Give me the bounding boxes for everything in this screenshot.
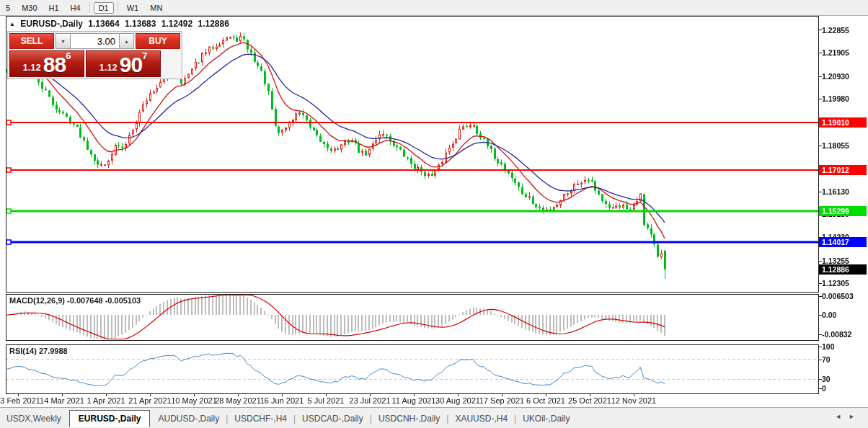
- chevron-up-icon: ▲: [124, 39, 129, 44]
- current-price-label: 1.12886: [819, 264, 867, 275]
- price-tick-label: 1.21905: [822, 48, 849, 57]
- timeframe-button-w1[interactable]: W1: [122, 2, 144, 14]
- macd-axis-label: -0.00832: [822, 330, 851, 339]
- timeframe-button-mn[interactable]: MN: [145, 2, 167, 14]
- ohlc-low: 1.12492: [161, 19, 192, 29]
- rsi-indicator-label: RSI(14) 27.9988: [9, 347, 68, 355]
- date-tick-label: 14 Mar 2021: [40, 396, 84, 405]
- date-tick-label: 10 May 2021: [171, 396, 217, 405]
- timeframe-button-d1[interactable]: D1: [94, 2, 114, 14]
- date-tick-label: 25 Oct 2021: [568, 396, 611, 405]
- timeframe-button-m30[interactable]: M30: [17, 2, 42, 14]
- date-tick-label: 17 Sep 2021: [479, 396, 524, 405]
- timeframe-button-h1[interactable]: H1: [44, 2, 64, 14]
- chart-title: ▲ EURUSD-,Daily 1.13664 1.13683 1.12492 …: [9, 19, 232, 29]
- volume-input[interactable]: 3.00: [71, 33, 119, 49]
- chart-tab-usdcad-daily[interactable]: USDCAD-,Daily: [296, 411, 370, 427]
- date-tick-label: 28 May 2021: [215, 396, 261, 405]
- chart-tab-usdchf-h4[interactable]: USDCHF-,H4: [228, 411, 293, 427]
- collapse-panel-icon[interactable]: ▲: [9, 21, 15, 27]
- buy-price-big: 90: [120, 55, 142, 75]
- scroll-left-icon[interactable]: ◄: [835, 413, 849, 420]
- timeframe-toolbar: 5M30H1H4D1W1MN: [0, 0, 868, 16]
- price-tick-label: 1.13255: [822, 257, 849, 265]
- chart-tab-eurusd-daily[interactable]: EURUSD-,Daily: [69, 410, 151, 427]
- sell-button[interactable]: SELL: [9, 33, 54, 49]
- price-tick-label: 1.22855: [822, 26, 849, 35]
- price-tick-label: 1.19980: [822, 94, 849, 103]
- sell-price-prefix: 1.12: [23, 61, 41, 75]
- date-tick-label: 1 Apr 2021: [87, 396, 125, 405]
- date-tick-label: 11 Aug 2021: [392, 396, 436, 405]
- toolbar-separator: [118, 2, 118, 13]
- level-price-label[interactable]: 1.14017: [819, 237, 867, 247]
- chart-tab-usdcnh-daily[interactable]: USDCNH-,Daily: [372, 411, 446, 427]
- chart-tab-xauusd-h4[interactable]: XAUUSD-,H4: [448, 411, 514, 427]
- buy-price-prefix: 1.12: [99, 61, 118, 75]
- timeframe-button-h4[interactable]: H4: [66, 2, 86, 14]
- date-tick-label: 21 Apr 2021: [128, 396, 171, 405]
- price-tick-label: 1.12305: [822, 279, 849, 287]
- scroll-right-icon[interactable]: ►: [849, 413, 862, 420]
- sell-price-big: 88: [43, 55, 66, 75]
- rsi-axis-label: 0: [822, 384, 826, 393]
- chart-symbol-period: EURUSD-,Daily: [20, 19, 83, 29]
- date-tick-label: 5 Jul 2021: [308, 396, 345, 405]
- buy-button[interactable]: BUY: [136, 33, 180, 49]
- price-tick-label: 1.16130: [822, 187, 849, 196]
- chart-tab-audusd-daily[interactable]: AUDUSD-,Daily: [151, 411, 226, 427]
- tab-scroll-arrows[interactable]: ◄►: [835, 413, 862, 420]
- date-tick-label: 23 Jul 2021: [350, 396, 391, 405]
- level-price-label[interactable]: 1.15299: [819, 206, 867, 216]
- ohlc-close: 1.12886: [198, 19, 229, 29]
- level-price-label[interactable]: 1.19010: [819, 117, 867, 128]
- level-price-label[interactable]: 1.17012: [819, 165, 867, 175]
- ohlc-high: 1.13683: [125, 19, 156, 29]
- macd-axis-label: 0.00: [822, 311, 836, 319]
- chart-tab-bar: USDX,WeeklyEURUSD-,DailyAUDUSD-,Daily|US…: [0, 407, 868, 428]
- one-click-trading-panel: SELL ▼ 3.00 ▲ BUY 1.12 88 6 1.12 90 7: [7, 31, 182, 79]
- timeframe-button-5[interactable]: 5: [1, 2, 15, 14]
- date-tick-label: 30 Aug 2021: [435, 396, 480, 405]
- price-tick-label: 1.18055: [822, 141, 849, 150]
- buy-price-sup: 7: [142, 52, 147, 61]
- date-tick-label: 6 Oct 2021: [526, 396, 565, 405]
- volume-decrease-button[interactable]: ▼: [56, 33, 71, 49]
- chart-tab-ukoil-daily[interactable]: UKOil-,Daily: [516, 411, 576, 427]
- rsi-axis-label: 70: [822, 355, 831, 364]
- date-tick-label: 23 Feb 2021: [0, 396, 40, 405]
- chart-tab-usdx-weekly[interactable]: USDX,Weekly: [0, 411, 68, 427]
- ohlc-open: 1.13664: [88, 19, 119, 29]
- rsi-axis-label: 30: [822, 375, 831, 383]
- date-tick-label: 16 Jun 2021: [260, 396, 304, 405]
- sell-price-tile[interactable]: 1.12 88 6: [9, 50, 84, 77]
- rsi-axis-label: 100: [822, 342, 835, 351]
- date-tick-label: 12 Nov 2021: [611, 396, 656, 405]
- toolbar-separator: [89, 2, 90, 13]
- macd-indicator-label: MACD(12,26,9) -0.007648 -0.005103: [9, 296, 141, 305]
- volume-increase-button[interactable]: ▲: [119, 33, 134, 49]
- price-tick-label: 1.20930: [822, 72, 849, 81]
- buy-price-tile[interactable]: 1.12 90 7: [86, 50, 161, 77]
- chevron-down-icon: ▼: [61, 39, 66, 44]
- macd-axis-label: 0.006503: [822, 292, 854, 300]
- sell-price-sup: 6: [66, 52, 71, 61]
